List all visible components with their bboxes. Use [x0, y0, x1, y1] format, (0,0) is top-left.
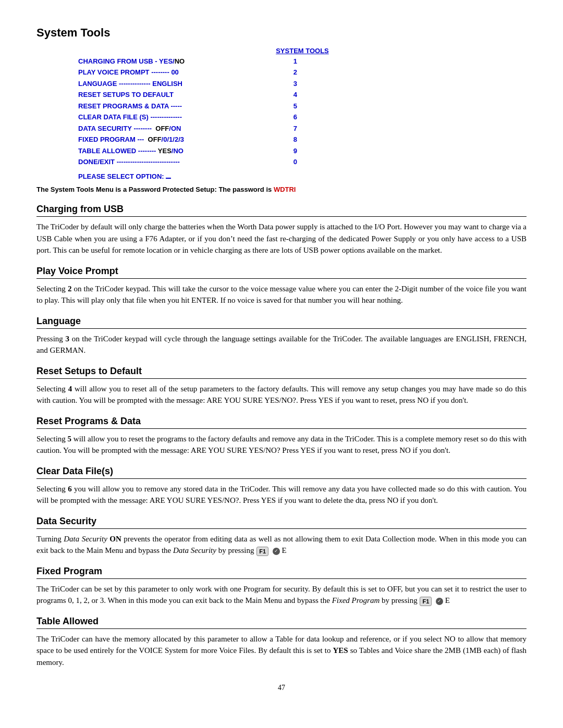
section-body-charging: The TriCoder by default will only charge…: [36, 221, 527, 256]
password-value: WDTRI: [274, 186, 296, 193]
terminal-block: SYSTEM TOOLS CHARGING FROM USB - YES/NO …: [78, 47, 527, 167]
section-heading-reset-setups: Reset Setups to Default: [36, 366, 527, 379]
page-number: 47: [36, 684, 527, 692]
section-heading-reset-programs: Reset Programs & Data: [36, 416, 527, 429]
terminal-line-5: RESET PROGRAMS & DATA ----- 5: [78, 101, 297, 112]
terminal-line-1: CHARGING FROM USB - YES/NO 1: [78, 56, 297, 67]
please-select: PLEASE SELECT OPTION:: [78, 172, 527, 180]
section-body-table-allowed: The TriCoder can have the memory allocat…: [36, 633, 527, 669]
section-body-clear-data: Selecting 6 you will allow you to remove…: [36, 483, 527, 507]
arrow-key-badge-2: [436, 598, 443, 605]
section-body-reset-setups: Selecting 4 will allow you to reset all …: [36, 383, 527, 406]
section-body-play-voice: Selecting 2 on the TriCoder keypad. This…: [36, 283, 527, 306]
f1-key-badge: F1: [256, 547, 268, 557]
section-body-fixed-program: The TriCoder can be set by this paramete…: [36, 583, 527, 607]
page-main-title: System Tools: [36, 26, 527, 40]
terminal-line-8: FIXED PROGRAM --- OFF/0/1/2/3 8: [78, 134, 297, 145]
section-heading-clear-data: Clear Data File(s): [36, 466, 527, 479]
section-body-language: Pressing 3 on the TriCoder keypad will c…: [36, 333, 527, 356]
section-heading-table-allowed: Table Allowed: [36, 616, 527, 629]
section-body-reset-programs: Selecting 5 will allow you to reset the …: [36, 433, 527, 456]
terminal-title: SYSTEM TOOLS: [78, 47, 527, 55]
section-heading-fixed-program: Fixed Program: [36, 566, 527, 579]
section-heading-data-security: Data Security: [36, 516, 527, 529]
section-heading-charging: Charging from USB: [36, 204, 527, 217]
terminal-line-4: RESET SETUPS TO DEFAULT 4: [78, 89, 297, 100]
section-body-data-security: Turning Data Security ON prevents the op…: [36, 533, 527, 557]
terminal-line-7: DATA SECURITY -------- OFF/ON 7: [78, 123, 297, 134]
terminal-line-0: DONE/EXIT ---------------------------- 0: [78, 156, 297, 167]
arrow-key-badge-1: [273, 548, 280, 555]
terminal-line-2: PLAY VOICE PROMPT -------- 00 2: [78, 67, 297, 78]
section-heading-language: Language: [36, 316, 527, 329]
f1-key-badge-2: F1: [420, 597, 432, 607]
terminal-line-3: LANGUAGE -------------- ENGLISH 3: [78, 78, 297, 89]
terminal-line-9: TABLE ALLOWED -------- YES/NO 9: [78, 145, 297, 156]
section-heading-play-voice: Play Voice Prompt: [36, 266, 527, 279]
password-note: The System Tools Menu is a Password Prot…: [36, 186, 527, 193]
terminal-line-6: CLEAR DATA FILE (S) -------------- 6: [78, 112, 297, 122]
